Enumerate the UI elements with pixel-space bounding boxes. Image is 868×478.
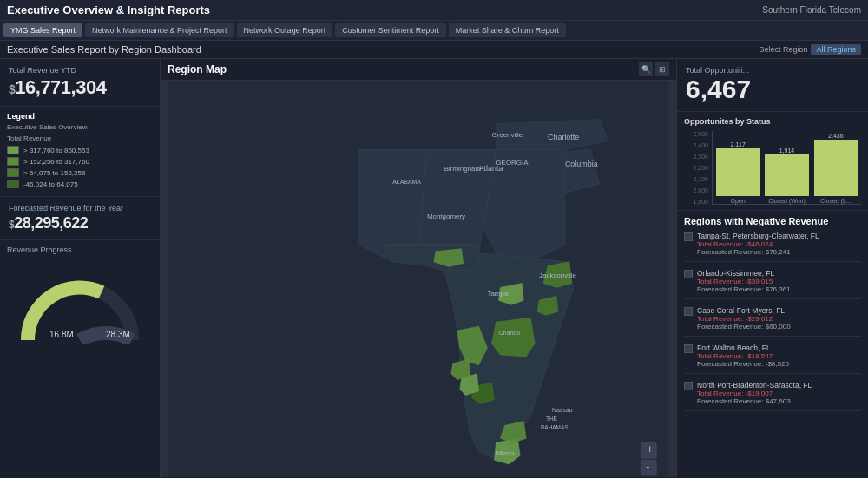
- svg-text:ALABAMA: ALABAMA: [392, 179, 421, 185]
- svg-text:GEORGIA: GEORGIA: [496, 159, 529, 167]
- region-label: Select Region: [759, 45, 807, 54]
- map-search-button[interactable]: 🔍: [639, 62, 653, 76]
- app-title: Executive Overview & Insight Reports: [7, 3, 210, 16]
- total-opps-card: Total Opportuniti... 6,467: [677, 59, 868, 112]
- main-content: Total Revenue YTD $16,771,304 Legend Exe…: [0, 59, 868, 478]
- tab-network-outage[interactable]: Network Outage Report: [237, 23, 333, 37]
- svg-text:Miami: Miami: [496, 449, 514, 457]
- neg-item-icon-2: [684, 270, 693, 278]
- opps-chart-card: Opportunites by Status 2,500 2,400 2,300…: [677, 112, 868, 211]
- legend-range-3: > 64,075 to 152,256: [23, 169, 85, 177]
- neg-item-forecast-4: Forecasted Revenue: -$8,525: [697, 360, 789, 368]
- neg-item-name-5: North Port-Bradenton-Sarasota, FL: [697, 381, 812, 390]
- neg-item-icon-5: [684, 382, 693, 390]
- gauge-label: Revenue Progress: [7, 246, 153, 254]
- neg-item-revenue-5: Total Revenue: -$19,007: [697, 390, 812, 397]
- neg-item-forecast-3: Forecasted Revenue: $60,000: [697, 323, 791, 331]
- neg-revenue-item-1: Tampa-St. Petersburg-Clearwater, FL Tota…: [684, 232, 861, 262]
- neg-item-icon-3: [684, 307, 693, 316]
- neg-item-name-1: Tampa-St. Petersburg-Clearwater, FL: [697, 232, 819, 240]
- svg-text:Tampa: Tampa: [487, 290, 508, 298]
- total-revenue-value: $16,771,304: [9, 76, 151, 99]
- bar-closed-lost-fill: [814, 140, 858, 196]
- svg-text:Columbia: Columbia: [565, 160, 598, 168]
- bar-closed-won: 1,914 Closed (Won): [765, 147, 808, 204]
- svg-text:Nassau: Nassau: [552, 407, 573, 413]
- bar-open-fill: [716, 148, 760, 196]
- map-controls: 🔍 ⊞: [639, 62, 669, 76]
- forecasted-label: Forecasted Revenue for the Year: [9, 204, 151, 213]
- neg-revenue-item-4: Fort Walton Beach, FL Total Revenue: -$1…: [684, 344, 861, 374]
- bar-closed-lost: 2,436 Closed (L...: [814, 133, 858, 204]
- tab-customer-sentiment[interactable]: Customer Sentiment Report: [335, 23, 446, 37]
- neg-revenue-item-3: Cape Coral-Fort Myers, FL Total Revenue:…: [684, 306, 861, 337]
- svg-text:THE: THE: [546, 416, 558, 422]
- neg-item-forecast-5: Forecasted Revenue: $47,603: [697, 397, 812, 405]
- sub-header: Executive Sales Report by Region Dashboa…: [0, 41, 868, 59]
- legend-item-1: > 317,760 to 860,553: [7, 146, 153, 154]
- neg-item-revenue-2: Total Revenue: -$39,015: [697, 278, 791, 285]
- tab-yms-sales[interactable]: YMG Sales Report: [3, 23, 82, 37]
- svg-text:Greenville: Greenville: [491, 131, 523, 139]
- neg-item-forecast-1: Forecasted Revenue: $78,241: [697, 248, 819, 256]
- forecasted-value: $28,295,622: [9, 214, 151, 232]
- chart-area: 2,500 2,400 2,300 2,200 2,100 2,000 1,90…: [684, 131, 861, 205]
- forecasted-revenue-card: Forecasted Revenue for the Year $28,295,…: [0, 197, 160, 240]
- region-selector[interactable]: Select Region All Regions: [759, 44, 861, 55]
- chart-title: Opportunites by Status: [684, 117, 861, 126]
- neg-item-name-4: Fort Walton Beach, FL: [697, 344, 789, 352]
- map-panel: Region Map 🔍 ⊞: [161, 59, 677, 478]
- neg-item-icon-4: [684, 344, 693, 353]
- neg-revenue-title: Regions with Negative Revenue: [684, 216, 861, 226]
- svg-text:BAHAMAS: BAHAMAS: [541, 424, 568, 430]
- legend-item-4: -46,024 to 64,075: [7, 180, 153, 188]
- bars-container: 2,117 Open 1,914 Closed (Won) 2,436: [712, 131, 861, 205]
- neg-item-forecast-2: Forecasted Revenue: $76,361: [697, 285, 791, 293]
- neg-item-icon-1: [684, 232, 693, 241]
- legend-range-2: > 152,256 to 317,760: [23, 158, 89, 166]
- app-header: Executive Overview & Insight Reports Sou…: [0, 0, 868, 21]
- map-grid-button[interactable]: ⊞: [655, 62, 669, 76]
- legend-card: Legend Executive Sales Overview Total Re…: [0, 107, 160, 197]
- svg-text:+: +: [647, 443, 653, 455]
- map-svg: Charlotte Columbia Atlanta Birmingham Mo…: [161, 81, 676, 477]
- legend-range-1: > 317,760 to 860,553: [23, 147, 89, 154]
- legend-subtitle: Executive Sales Overview: [7, 123, 153, 131]
- svg-text:Jacksonville: Jacksonville: [539, 272, 576, 279]
- map-title: Region Map: [168, 63, 227, 75]
- svg-text:Montgomery: Montgomery: [427, 213, 465, 220]
- negative-revenue-card: Regions with Negative Revenue Tampa-St. …: [677, 211, 868, 478]
- total-revenue-label: Total Revenue YTD: [9, 66, 151, 75]
- legend-color-3: [7, 168, 19, 177]
- gauge-container: 16.8M 28.3M: [7, 258, 153, 344]
- map-header: Region Map 🔍 ⊞: [161, 59, 676, 81]
- bar-closed-won-fill: [765, 154, 808, 196]
- legend-color-4: [7, 180, 19, 188]
- legend-color-1: [7, 146, 19, 154]
- tab-market-share[interactable]: Market Share & Churn Report: [449, 23, 566, 37]
- y-axis: 2,500 2,400 2,300 2,200 2,100 2,000 1,90…: [684, 131, 708, 205]
- total-opps-value: 6,467: [686, 75, 859, 104]
- legend-item-2: > 152,256 to 317,760: [7, 157, 153, 166]
- neg-item-name-2: Orlando-Kissimmee, FL: [697, 269, 791, 278]
- total-revenue-card: Total Revenue YTD $16,771,304: [0, 59, 160, 107]
- neg-item-name-3: Cape Coral-Fort Myers, FL: [697, 306, 791, 315]
- svg-text:Orlando: Orlando: [498, 330, 520, 336]
- legend-revenue-label: Total Revenue: [7, 134, 153, 142]
- map-area: Charlotte Columbia Atlanta Birmingham Mo…: [161, 81, 676, 477]
- svg-text:28.3M: 28.3M: [106, 330, 130, 339]
- legend-title: Legend: [7, 112, 153, 121]
- neg-item-revenue-4: Total Revenue: -$18,547: [697, 352, 789, 360]
- gauge-svg: 16.8M 28.3M: [15, 266, 145, 344]
- svg-text:Birmingham: Birmingham: [444, 165, 482, 173]
- total-opps-label: Total Opportuniti...: [686, 66, 859, 75]
- neg-item-revenue-3: Total Revenue: -$29,612: [697, 315, 791, 323]
- svg-text:Charlotte: Charlotte: [548, 133, 579, 141]
- tab-network-maintenance[interactable]: Network Maintenance & Project Report: [85, 23, 234, 37]
- svg-text:16.8M: 16.8M: [49, 330, 74, 339]
- nav-tabs-bar: YMG Sales Report Network Maintenance & P…: [0, 21, 868, 41]
- neg-item-revenue-1: Total Revenue: -$46,024: [697, 240, 819, 248]
- legend-item-3: > 64,075 to 152,256: [7, 168, 153, 177]
- company-name: Southern Florida Telecom: [762, 5, 861, 15]
- neg-revenue-item-5: North Port-Bradenton-Sarasota, FL Total …: [684, 381, 861, 411]
